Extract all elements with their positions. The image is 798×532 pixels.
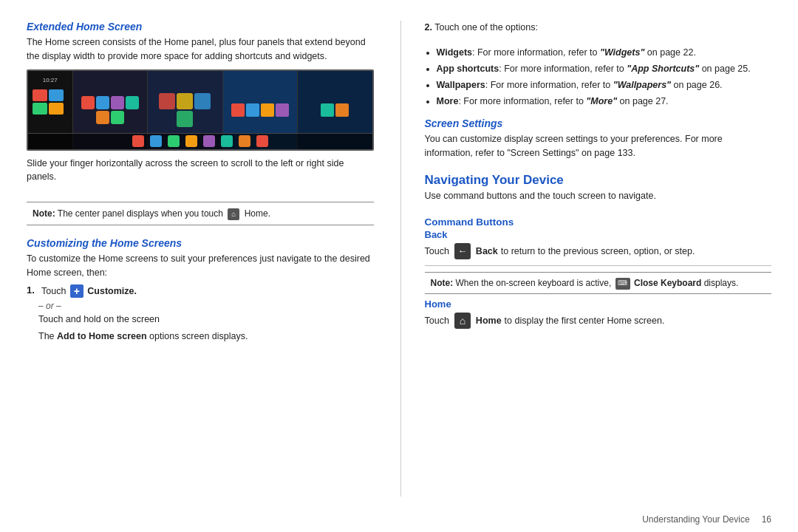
back-btn-label: Back — [476, 244, 498, 259]
navigating-title: Navigating Your Device — [425, 173, 772, 188]
screen-settings-section: Screen Settings You can customize displa… — [425, 117, 772, 160]
bullet-wallpapers: Wallpapers: For more information, refer … — [437, 78, 772, 92]
right-column: 2. Touch one of the options: Widgets: Fo… — [400, 21, 772, 497]
add-to-home-bold: Add to Home screen — [57, 331, 147, 341]
step-1-text: Touch + Customize. — [41, 284, 137, 299]
page-number: 16 — [762, 514, 771, 525]
phone-dock — [28, 133, 372, 149]
customizing-title: Customizing the Home Screens — [27, 237, 374, 249]
customizing-section: Customizing the Home Screens To customiz… — [27, 237, 374, 344]
navigating-body: Use command buttons and the touch screen… — [425, 189, 772, 203]
home-btn-label: Home — [476, 313, 502, 328]
extended-home-section: Extended Home Screen The Home screen con… — [27, 21, 374, 184]
step-2-text: 2. Touch one of the options: — [425, 21, 772, 35]
bullet-app-shortcuts: App shortcuts: For more information, ref… — [437, 61, 772, 76]
back-touch-line: Touch ← Back to return to the previous s… — [425, 243, 772, 259]
note-label: Note: — [33, 208, 55, 219]
extended-home-title: Extended Home Screen — [27, 21, 374, 33]
extended-home-body: The Home screen consists of the Home pan… — [27, 35, 374, 64]
left-column: Extended Home Screen The Home screen con… — [27, 21, 374, 497]
note-home-label: Home. — [245, 208, 270, 219]
step-1: 1. Touch + Customize. — [27, 284, 374, 299]
touch-hold-text: Touch and hold on the screen — [38, 313, 374, 327]
phone-screen-mockup: 10:27 — [27, 69, 374, 151]
customizing-body: To customize the Home screens to suit yo… — [27, 252, 374, 280]
home-btn-icon: ⌂ — [454, 313, 471, 329]
keyboard-icon: ⌨ — [615, 278, 630, 290]
note-box: Note: The center panel displays when you… — [27, 202, 374, 225]
back-icon: ← — [454, 243, 471, 259]
footer-text: Understanding Your Device — [642, 514, 749, 525]
home-icon-inline: ⌂ — [228, 208, 239, 220]
slide-text: Slide your finger horizontally across th… — [27, 157, 374, 185]
or-line: – or – — [38, 301, 374, 311]
home-touch-line: Touch ⌂ Home to display the first center… — [425, 313, 772, 329]
divider-1 — [425, 265, 772, 266]
command-buttons-title: Command Buttons — [425, 216, 772, 228]
bullet-more: More: For more information, refer to "Mo… — [437, 94, 772, 109]
screen-settings-title: Screen Settings — [425, 117, 772, 129]
keyboard-note-text: When the on-screen keyboard is active, — [456, 278, 612, 288]
note-text: The center panel displays when you touch — [58, 208, 223, 219]
keyboard-note-box: Note: When the on-screen keyboard is act… — [425, 272, 772, 294]
close-keyboard-label: Close Keyboard — [634, 278, 701, 288]
customize-icon: + — [70, 284, 83, 298]
page-footer: Understanding Your Device 16 — [0, 511, 798, 532]
bullet-widgets: Widgets: For more information, refer to … — [437, 45, 772, 60]
screen-settings-body: You can customize display screen setting… — [425, 132, 772, 160]
command-buttons-section: Command Buttons Back Touch ← Back to ret… — [425, 216, 772, 329]
options-list: Widgets: For more information, refer to … — [437, 45, 772, 110]
navigating-section: Navigating Your Device Use command butto… — [425, 173, 772, 203]
step-1-number: 1. — [27, 284, 37, 296]
keyboard-note-label: Note: — [431, 278, 454, 288]
step-1-label: Customize. — [87, 286, 137, 296]
back-label: Back — [425, 229, 772, 240]
add-to-home-text: The Add to Home screen options screen di… — [38, 330, 374, 344]
home-label: Home — [425, 299, 772, 310]
